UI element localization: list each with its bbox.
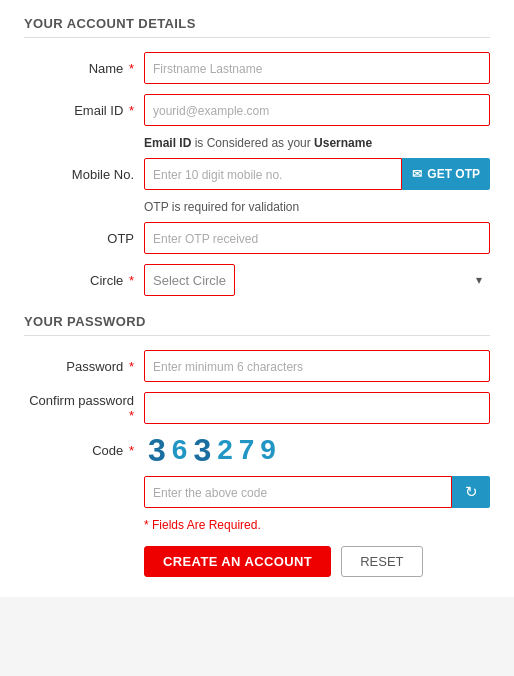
refresh-captcha-button[interactable]: ↻ [452,476,490,508]
confirm-password-row: Confirm password * [24,392,490,424]
password-title: YOUR PASSWORD [24,314,490,336]
captcha-label-row: Code * 3 6 3 2 7 9 [24,434,490,466]
captcha-char-3: 2 [217,436,233,464]
required-note: * Fields Are Required. [24,518,490,532]
password-label: Password * [24,359,144,374]
otp-label: OTP [24,231,144,246]
captcha-label: Code * [24,443,144,458]
otp-row: OTP [24,222,490,254]
email-hint: Email ID is Considered as your Username [144,136,372,150]
name-required-star: * [129,61,134,76]
name-label: Name * [24,61,144,76]
email-label: Email ID * [24,103,144,118]
refresh-icon: ↻ [465,483,478,501]
otp-hint: OTP is required for validation [144,200,299,214]
name-row: Name * [24,52,490,84]
email-required-star: * [129,103,134,118]
create-account-button[interactable]: CREATE AN ACCOUNT [144,546,331,577]
confirm-password-input[interactable] [144,392,490,424]
get-otp-button[interactable]: ✉ GET OTP [402,158,490,190]
email-hint-spacer [24,136,144,150]
email-hint-row: Email ID is Considered as your Username [24,136,490,150]
mobile-input[interactable] [144,158,402,190]
otp-hint-row: OTP is required for validation [24,200,490,214]
required-note-text: Fields Are Required. [152,518,261,532]
otp-input[interactable] [144,222,490,254]
circle-label: Circle * [24,273,144,288]
mobile-input-group: ✉ GET OTP [144,158,490,190]
confirm-password-required-star: * [129,408,134,423]
buttons-row: CREATE AN ACCOUNT RESET [24,546,490,577]
mobile-row: Mobile No. ✉ GET OTP [24,158,490,190]
email-row: Email ID * [24,94,490,126]
captcha-input-row: ↻ [24,476,490,508]
email-icon: ✉ [412,167,422,181]
captcha-input[interactable] [144,476,452,508]
captcha-char-0: 3 [148,434,166,466]
reset-button[interactable]: RESET [341,546,422,577]
circle-select-wrapper: Select Circle Circle 1 Circle 2 Circle 3 [144,264,490,296]
captcha-char-1: 6 [172,436,188,464]
main-container: YOUR ACCOUNT DETAILS Name * Email ID * E… [0,0,514,597]
otp-hint-spacer [24,200,144,214]
name-input[interactable] [144,52,490,84]
password-row: Password * [24,350,490,382]
required-star: * [144,518,149,532]
account-details-title: YOUR ACCOUNT DETAILS [24,16,490,38]
circle-row: Circle * Select Circle Circle 1 Circle 2… [24,264,490,296]
password-input[interactable] [144,350,490,382]
captcha-display: 3 6 3 2 7 9 [144,434,276,466]
password-required-star: * [129,359,134,374]
captcha-required-star: * [129,443,134,458]
captcha-char-4: 7 [239,436,255,464]
circle-select[interactable]: Select Circle Circle 1 Circle 2 Circle 3 [144,264,235,296]
email-input[interactable] [144,94,490,126]
captcha-char-2: 3 [193,434,211,466]
captcha-char-5: 9 [260,436,276,464]
circle-required-star: * [129,273,134,288]
mobile-label: Mobile No. [24,167,144,182]
get-otp-label: GET OTP [427,167,480,181]
confirm-password-label: Confirm password * [24,393,144,423]
